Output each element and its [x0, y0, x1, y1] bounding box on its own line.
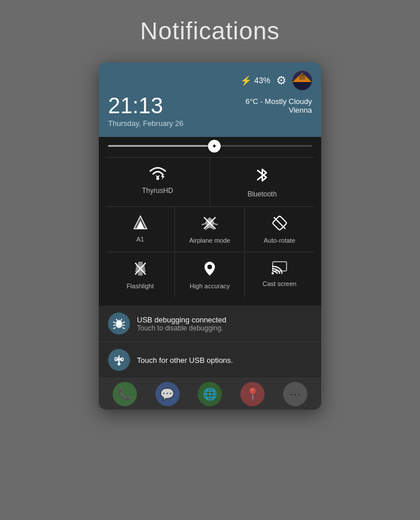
- svg-line-28: [122, 322, 125, 323]
- notification-usb-debug-subtitle: Touch to disable debugging.: [137, 324, 226, 332]
- dock-app-messages[interactable]: 💬: [155, 382, 180, 406]
- bluetooth-icon: [255, 166, 270, 187]
- battery-info: ⚡ 43%: [240, 75, 270, 86]
- notification-usb-debug-title: USB debugging connected: [137, 315, 226, 324]
- dock-app-maps[interactable]: 📍: [240, 382, 265, 406]
- location-icon: [203, 261, 217, 279]
- autorotate-label: Auto-rotate: [264, 237, 295, 244]
- weather-section: 6°C - Mostly Cloudy Vienna: [246, 95, 312, 114]
- location-label: High accuracy: [189, 283, 230, 289]
- svg-rect-4: [299, 75, 305, 80]
- avatar[interactable]: [292, 70, 312, 90]
- settings-icon[interactable]: ⚙: [276, 73, 287, 87]
- signal-icon: [133, 215, 148, 232]
- dock-app-phone[interactable]: 📞: [113, 382, 137, 406]
- notifications-panel: USB debugging connected Touch to disable…: [99, 306, 321, 378]
- page-title: Notifications: [140, 17, 280, 45]
- svg-point-6: [156, 177, 159, 180]
- brightness-thumb: ✦: [208, 140, 221, 153]
- svg-line-25: [113, 322, 116, 323]
- wifi-label: ThyrusHD: [142, 187, 173, 195]
- svg-rect-5: [300, 74, 304, 76]
- svg-point-38: [118, 363, 121, 366]
- svg-rect-15: [138, 262, 143, 265]
- notification-usb-options-text: Touch for other USB options.: [137, 356, 233, 365]
- phone-frame: ⚡ 43% ⚙ 21:13 Thursday,: [99, 62, 321, 410]
- weather-text: 6°C - Mostly Cloudy: [246, 97, 312, 106]
- dock-app-browser[interactable]: 🌐: [198, 382, 222, 406]
- svg-point-22: [272, 272, 274, 274]
- brightness-row[interactable]: ✦: [106, 145, 314, 147]
- dock-app-more[interactable]: ⋯: [283, 382, 307, 406]
- flashlight-label: Flashlight: [127, 283, 154, 289]
- airplane-icon: [202, 215, 218, 233]
- notification-usb-debug-icon: [108, 313, 130, 335]
- signal-label: A1: [136, 236, 144, 243]
- date-display: Thursday, February 26: [108, 119, 184, 128]
- notification-usb-options-icon: [108, 349, 130, 371]
- notification-usb-options[interactable]: Touch for other USB options.: [99, 342, 321, 378]
- battery-icon: ⚡: [240, 75, 252, 86]
- time-display: 21:13: [108, 95, 184, 117]
- wifi-icon: [148, 166, 167, 183]
- brightness-slider[interactable]: ✦: [108, 145, 312, 147]
- bluetooth-label: Bluetooth: [247, 190, 277, 198]
- status-header: ⚡ 43% ⚙ 21:13 Thursday,: [99, 62, 321, 137]
- svg-point-20: [207, 265, 212, 269]
- svg-line-30: [122, 328, 125, 329]
- quick-settings: ✦ ThyrusHD: [99, 137, 321, 306]
- toggle-bluetooth[interactable]: Bluetooth: [210, 157, 315, 206]
- svg-line-27: [113, 328, 116, 329]
- toggle-row-1: ThyrusHD Bluetooth: [106, 157, 314, 206]
- weather-location: Vienna: [246, 106, 312, 114]
- toggle-row-2: A1 Airplane mode: [106, 206, 314, 252]
- time-weather-row: 21:13 Thursday, February 26 6°C - Mostly…: [108, 95, 312, 128]
- airplane-label: Airplane mode: [189, 237, 231, 244]
- svg-rect-17: [138, 272, 143, 276]
- notification-usb-debug[interactable]: USB debugging connected Touch to disable…: [99, 306, 321, 342]
- toggle-row-3: Flashlight High accuracy: [106, 252, 314, 298]
- svg-line-32: [121, 319, 122, 321]
- toggle-wifi[interactable]: ThyrusHD: [106, 157, 210, 206]
- svg-line-31: [116, 319, 117, 321]
- toggle-airplane[interactable]: Airplane mode: [175, 207, 244, 252]
- cast-icon: [272, 261, 288, 277]
- toggle-autorotate[interactable]: Auto-rotate: [245, 207, 314, 252]
- brightness-sun-icon: ✦: [211, 142, 217, 150]
- status-top-row: ⚡ 43% ⚙: [108, 70, 312, 90]
- toggle-location[interactable]: High accuracy: [175, 252, 244, 298]
- flashlight-icon: [133, 261, 148, 279]
- autorotate-icon: [272, 215, 288, 233]
- notification-usb-debug-text: USB debugging connected Touch to disable…: [137, 315, 226, 332]
- battery-percent: 43%: [254, 76, 270, 85]
- time-section: 21:13 Thursday, February 26: [108, 95, 184, 128]
- app-dock: 📞 💬 🌐 📍 ⋯: [99, 378, 321, 410]
- cast-label: Cast screen: [262, 280, 296, 287]
- notification-usb-options-title: Touch for other USB options.: [137, 356, 233, 365]
- toggle-signal[interactable]: A1: [106, 207, 175, 252]
- toggle-flashlight[interactable]: Flashlight: [106, 252, 175, 298]
- toggle-cast[interactable]: Cast screen: [245, 252, 314, 298]
- svg-marker-7: [161, 174, 165, 180]
